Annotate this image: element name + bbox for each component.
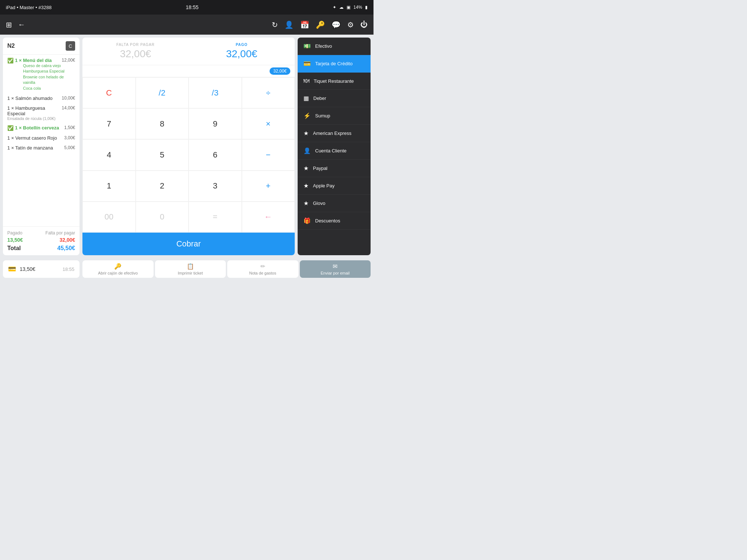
list-item: ✅ 1 × Botellín cerveza 1,50€ [7,125,75,131]
chat-icon[interactable]: 💬 [332,20,341,29]
card-icon: 💳 [8,265,16,273]
list-item: 1 × Hamburguesa Especial 14,00€ Ensalada… [7,105,75,121]
numpad-button-9[interactable]: 9 [189,108,242,139]
numpad-button-3[interactable]: 3 [189,171,242,202]
numpad-button-0[interactable]: 0 [136,202,189,233]
falta-value: 32,00€ [59,237,75,243]
method-item-applepay[interactable]: ★Apple Pay [298,177,371,195]
method-label-descuentos: Descuentos [315,218,340,223]
check-icon: ✅ [7,58,13,63]
numpad-button-00[interactable]: 00 [82,202,136,233]
method-item-glovo[interactable]: ★Glovo [298,195,371,212]
item-name: 1 × Menú del día [15,58,52,63]
numpad-button-C[interactable]: C [82,77,136,108]
numpad-button-eq[interactable]: = [189,202,242,233]
order-items-list: ✅ 1 × Menú del día 12,00€ Queso de cabra… [3,55,80,226]
calendar-icon[interactable]: 📅 [300,20,309,29]
pagado-label: Pagado [7,230,22,236]
bottom-action-email[interactable]: ✉Enviar por email [300,260,371,278]
status-right: ✦ ☁ ▣ 14% ▮ [333,5,368,10]
bluetooth-icon: ✦ [333,5,336,10]
numpad-button-6[interactable]: 6 [189,139,242,170]
numpad-button-div2[interactable]: ÷ [242,77,295,108]
falta-col: FALTA POR PAGAR 32,00€ [82,38,189,65]
numpad-button-2[interactable]: 2 [136,171,189,202]
numpad-button-1[interactable]: 1 [82,171,136,202]
pagado-value: 13,50€ [7,237,23,243]
numpad-button-5[interactable]: 5 [136,139,189,170]
numpad-button-4[interactable]: 4 [82,139,136,170]
item-sub: Ensalada de rúcula (1,00€) [7,116,75,121]
payment-header: FALTA POR PAGAR 32,00€ PAGO 32,00€ [82,38,295,65]
method-label-sumup: Sumup [315,113,330,118]
method-icon-descuentos: 🎁 [303,217,311,224]
back-icon[interactable]: ← [18,20,25,29]
footer-values-row: 13,50€ 32,00€ [7,237,75,243]
method-label-paypal: Paypal [313,166,328,171]
settings-icon[interactable]: ⚙ [347,20,354,29]
item-name: 1 × Hamburguesa Especial [7,105,60,116]
method-icon-tiquet: 🍽 [303,78,309,84]
numpad-button-div3[interactable]: /3 [189,77,242,108]
order-header: N2 C [3,38,80,55]
bottom-action-nota[interactable]: ✏Nota de gastos [227,260,298,278]
item-price: 12,00€ [62,58,75,63]
top-nav-right: ↻ 👤 📅 🔑 💬 ⚙ ⏻ [272,20,368,29]
method-item-cuenta[interactable]: 👤Cuenta Cliente [298,142,371,160]
method-label-applepay: Apple Pay [313,183,334,188]
method-item-efectivo[interactable]: 💵Efectivo [298,38,371,55]
method-icon-amex: ★ [303,130,309,137]
grid-icon[interactable]: ⊞ [6,20,12,29]
item-name: 1 × Salmón ahumado [7,96,53,101]
amount-badge: 32,00€ [270,67,290,75]
total-label: Total [7,245,21,252]
battery-percent: 14% [353,5,362,10]
key-icon[interactable]: 🔑 [316,20,325,29]
numpad-button-7[interactable]: 7 [82,108,136,139]
refresh-icon[interactable]: ↻ [272,20,278,29]
bottom-amount: 13,50€ [20,266,35,272]
method-icon-tarjeta: 💳 [303,60,311,67]
order-clear-button[interactable]: C [66,41,75,51]
method-item-descuentos[interactable]: 🎁Descuentos [298,212,371,230]
list-item: 1 × Tatín de manzana 5,00€ [7,145,75,151]
method-icon-sumup: ⚡ [303,112,311,119]
user-icon[interactable]: 👤 [285,20,294,29]
footer-total-row: Total 45,50€ [7,245,75,252]
pago-col-value: 32,00€ [194,48,289,60]
pago-col: PAGO 32,00€ [189,38,295,65]
method-item-amex[interactable]: ★American Express [298,125,371,142]
falta-label: Falta por pagar [46,230,75,236]
method-item-deber[interactable]: ▦Deber [298,90,371,107]
action-icon-cajon: 🔑 [114,263,121,270]
bottom-time: 18:55 [62,267,74,272]
method-item-sumup[interactable]: ⚡Sumup [298,107,371,125]
action-icon-nota: ✏ [260,263,265,270]
bottom-action-ticket[interactable]: 📋Imprimir ticket [155,260,226,278]
numpad-button-minus[interactable]: − [242,139,295,170]
action-label-cajon: Abrir cajón de efectivo [98,271,138,275]
numpad-button-8[interactable]: 8 [136,108,189,139]
method-label-tiquet: Tiquet Restaurante [314,78,354,84]
method-label-cuenta: Cuenta Cliente [315,148,347,153]
method-icon-cuenta: 👤 [303,147,311,154]
method-item-tiquet[interactable]: 🍽Tiquet Restaurante [298,73,371,90]
cobrar-button[interactable]: Cobrar [82,233,295,255]
item-price: 14,00€ [62,105,75,116]
method-item-tarjeta[interactable]: 💳Tarjeta de Crédito [298,55,371,73]
method-icon-glovo: ★ [303,200,309,207]
power-icon[interactable]: ⏻ [360,20,368,29]
bottom-action-cajon[interactable]: 🔑Abrir cajón de efectivo [82,260,154,278]
total-value: 45,50€ [57,245,75,252]
item-name: 1 × Vermut casero Rojo [7,135,57,141]
method-item-paypal[interactable]: ★Paypal [298,160,371,177]
numpad-button-back[interactable]: ← [242,202,295,233]
numpad-button-plus[interactable]: + [242,171,295,202]
action-label-nota: Nota de gastos [249,271,276,275]
payment-panel: FALTA POR PAGAR 32,00€ PAGO 32,00€ 32,00… [82,38,295,255]
order-title: N2 [7,43,15,49]
item-price: 10,00€ [62,96,75,101]
numpad-button-mul[interactable]: × [242,108,295,139]
list-item: 1 × Salmón ahumado 10,00€ [7,96,75,101]
numpad-button-div2[interactable]: /2 [136,77,189,108]
